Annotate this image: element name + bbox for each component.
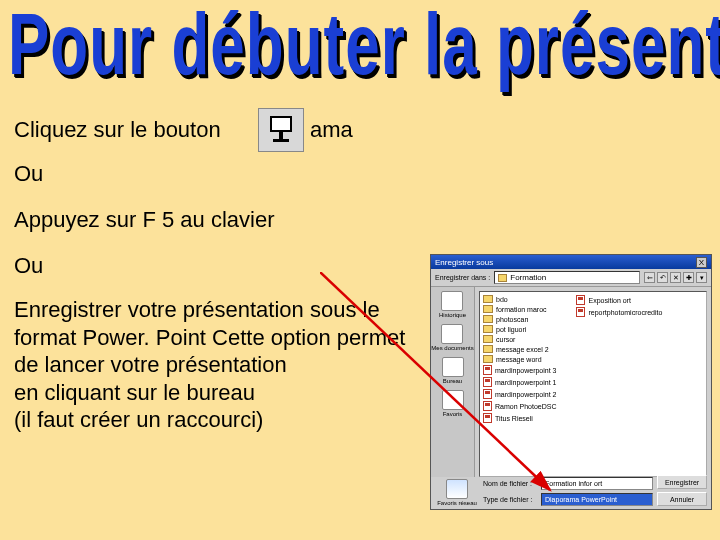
- file-name: Exposition ort: [588, 297, 630, 304]
- filetype-row: Type de fichier : Diaporama PowerPoint: [483, 493, 653, 506]
- list-item[interactable]: cursor: [483, 335, 556, 343]
- list-item[interactable]: message word: [483, 355, 556, 363]
- ppt-file-icon: [576, 295, 585, 305]
- list-item[interactable]: photoscan: [483, 315, 556, 323]
- folder-icon: [483, 345, 493, 353]
- svg-rect-2: [273, 139, 289, 142]
- folder-name: Formation: [510, 273, 546, 282]
- dialog-main: Historique Mes documents Bureau Favoris …: [431, 287, 711, 477]
- dialog-toolbar: Enregistrer dans : Formation ⇐ ↶ ✕ ✚ ▾: [431, 269, 711, 287]
- text-fragment-after-icon: ama: [310, 116, 353, 144]
- file-name: message excel 2: [496, 346, 549, 353]
- text-fragment: Cliquez sur le bouton: [14, 117, 221, 142]
- filetype-dropdown[interactable]: Diaporama PowerPoint: [541, 493, 653, 506]
- delete-icon[interactable]: ✕: [670, 272, 681, 283]
- list-item[interactable]: message excel 2: [483, 345, 556, 353]
- filename-row: Nom de fichier : Formation infor ort: [483, 477, 653, 490]
- documents-place-icon: [441, 324, 463, 344]
- file-column-1: bdo formation maroc photoscan pot liguor…: [483, 295, 556, 473]
- list-item[interactable]: pot liguori: [483, 325, 556, 333]
- toolbar-buttons: ⇐ ↶ ✕ ✚ ▾: [644, 272, 707, 283]
- new-folder-icon[interactable]: ✚: [683, 272, 694, 283]
- sidebar-history[interactable]: Historique: [439, 291, 466, 318]
- instruction-line-1: Cliquez sur le bouton: [14, 116, 221, 144]
- list-item[interactable]: Titus Rieseli: [483, 413, 556, 423]
- file-name: pot liguori: [496, 326, 526, 333]
- ppt-file-icon: [576, 307, 585, 317]
- places-sidebar: Historique Mes documents Bureau Favoris: [431, 287, 475, 477]
- favorites-place-icon: [442, 390, 464, 410]
- file-name: mardinpowerpoint 1: [495, 379, 556, 386]
- filetype-label: Type de fichier :: [483, 496, 537, 503]
- file-name: photoscan: [496, 316, 528, 323]
- dialog-bottom: Favoris réseau Nom de fichier : Formatio…: [431, 475, 711, 506]
- svg-rect-1: [279, 131, 283, 139]
- file-name: message word: [496, 356, 542, 363]
- file-name: bdo: [496, 296, 508, 303]
- sidebar-label: Favoris: [443, 411, 463, 417]
- instruction-or-1: Ou: [14, 160, 43, 188]
- dialog-title-text: Enregistrer sous: [435, 258, 493, 267]
- ppt-file-icon: [483, 389, 492, 399]
- filename-input[interactable]: Formation infor ort: [541, 477, 653, 490]
- slide-title: Pour débuter la présentation: [8, 0, 720, 93]
- sidebar-desktop[interactable]: Bureau: [442, 357, 464, 384]
- file-name: formation maroc: [496, 306, 547, 313]
- dialog-buttons: Enregistrer Annuler: [657, 475, 707, 506]
- file-name: mardinpowerpoint 3: [495, 367, 556, 374]
- sidebar-label: Bureau: [443, 378, 462, 384]
- save-as-dialog: Enregistrer sous X Enregistrer dans : Fo…: [430, 254, 712, 510]
- file-name: cursor: [496, 336, 515, 343]
- folder-icon: [483, 315, 493, 323]
- list-item[interactable]: mardinpowerpoint 2: [483, 389, 556, 399]
- folder-icon: [483, 355, 493, 363]
- instruction-or-2: Ou: [14, 252, 43, 280]
- file-name: Ramon PhotoeDSC: [495, 403, 556, 410]
- sidebar-label: Historique: [439, 312, 466, 318]
- folder-dropdown[interactable]: Formation: [494, 271, 640, 284]
- desktop-place-icon: [442, 357, 464, 377]
- ppt-file-icon: [483, 377, 492, 387]
- sidebar-mydocs[interactable]: Mes documents: [431, 324, 473, 351]
- ppt-file-icon: [483, 413, 492, 423]
- folder-icon: [483, 305, 493, 313]
- folder-icon: [483, 325, 493, 333]
- slideshow-button-icon: [258, 108, 304, 152]
- list-item[interactable]: mardinpowerpoint 3: [483, 365, 556, 375]
- folder-icon: [498, 274, 507, 282]
- list-item[interactable]: reportphotomicrocredito: [576, 307, 662, 317]
- up-folder-icon[interactable]: ⇐: [644, 272, 655, 283]
- ppt-file-icon: [483, 401, 492, 411]
- svg-rect-0: [271, 117, 291, 131]
- views-icon[interactable]: ▾: [696, 272, 707, 283]
- sidebar-label: Mes documents: [431, 345, 473, 351]
- list-item[interactable]: bdo: [483, 295, 556, 303]
- list-item[interactable]: Ramon PhotoeDSC: [483, 401, 556, 411]
- sidebar-favorites[interactable]: Favoris: [442, 390, 464, 417]
- sidebar-label: Favoris réseau: [437, 500, 477, 506]
- folder-icon: [483, 295, 493, 303]
- list-item[interactable]: mardinpowerpoint 1: [483, 377, 556, 387]
- file-list[interactable]: bdo formation maroc photoscan pot liguor…: [479, 291, 707, 477]
- instruction-line-2: Appuyez sur F 5 au clavier: [14, 206, 274, 234]
- network-place-icon: [446, 479, 468, 499]
- ppt-file-icon: [483, 365, 492, 375]
- history-place-icon: [441, 291, 463, 311]
- filename-label: Nom de fichier :: [483, 480, 537, 487]
- folder-icon: [483, 335, 493, 343]
- dialog-titlebar: Enregistrer sous X: [431, 255, 711, 269]
- close-icon[interactable]: X: [696, 257, 707, 268]
- bottom-fields: Nom de fichier : Formation infor ort Typ…: [483, 477, 653, 506]
- file-name: Titus Rieseli: [495, 415, 533, 422]
- sidebar-network[interactable]: Favoris réseau: [435, 479, 479, 506]
- history-icon[interactable]: ↶: [657, 272, 668, 283]
- cancel-button[interactable]: Annuler: [657, 492, 707, 506]
- list-item[interactable]: formation maroc: [483, 305, 556, 313]
- instruction-paragraph: Enregistrer votre présentation sous le f…: [14, 296, 414, 434]
- file-name: mardinpowerpoint 2: [495, 391, 556, 398]
- list-item[interactable]: Exposition ort: [576, 295, 662, 305]
- file-name: reportphotomicrocredito: [588, 309, 662, 316]
- file-column-2: Exposition ort reportphotomicrocredito: [576, 295, 662, 473]
- save-in-label: Enregistrer dans :: [435, 274, 490, 281]
- save-button[interactable]: Enregistrer: [657, 475, 707, 489]
